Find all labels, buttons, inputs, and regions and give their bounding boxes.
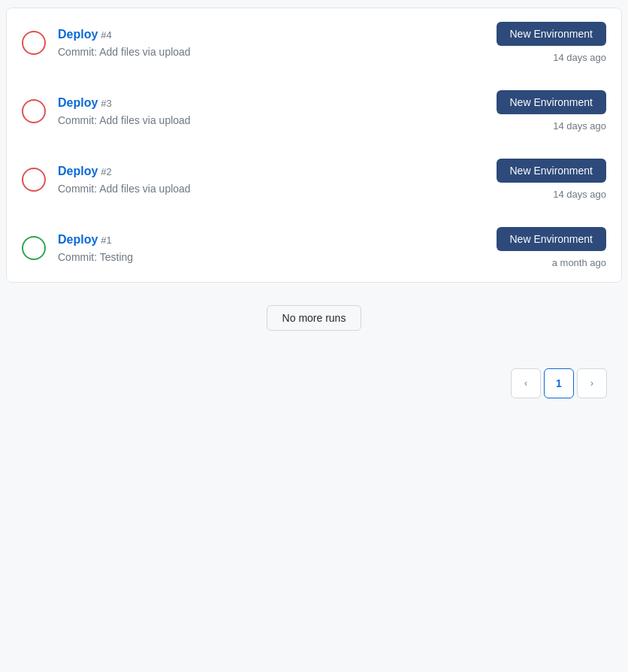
deploy-number-deploy-1: #1 [101,235,111,246]
deploy-item-wrapper-deploy-4: Deploy#4Commit: Add files via uploadNew … [7,8,621,77]
deploy-item-wrapper-deploy-2: Deploy#2Commit: Add files via uploadNew … [7,145,621,213]
timestamp-deploy-2: 14 days ago [553,189,606,200]
deploy-info-deploy-1: Deploy#1Commit: Testing [58,233,133,263]
env-button-deploy-1[interactable]: New Environment [497,227,607,251]
deploy-name-deploy-1[interactable]: Deploy [58,233,98,247]
deploy-item-wrapper-deploy-1: Deploy#1Commit: TestingNew Environmenta … [7,213,621,282]
right-section-deploy-4: New Environment14 days ago [497,22,607,63]
left-section-deploy-2: Deploy#2Commit: Add files via upload [22,165,191,195]
deploy-title-row-deploy-2: Deploy#2 [58,165,191,178]
deploy-item-deploy-3: Deploy#3Commit: Add files via uploadNew … [7,77,621,145]
left-section-deploy-4: Deploy#4Commit: Add files via upload [22,28,191,58]
deploy-commit-deploy-4: Commit: Add files via upload [58,46,191,58]
deploy-name-deploy-2[interactable]: Deploy [58,165,98,178]
timestamp-deploy-3: 14 days ago [553,120,606,132]
pagination: ‹ 1 › [6,353,622,421]
no-more-runs-button[interactable]: No more runs [267,305,362,331]
deploy-info-deploy-3: Deploy#3Commit: Add files via upload [58,96,191,126]
deploy-commit-deploy-3: Commit: Add files via upload [58,114,191,126]
deploy-info-deploy-4: Deploy#4Commit: Add files via upload [58,28,191,58]
status-circle-deploy-2 [22,168,46,192]
left-section-deploy-1: Deploy#1Commit: Testing [22,233,133,263]
deploy-title-row-deploy-3: Deploy#3 [58,96,191,110]
deploy-commit-deploy-1: Commit: Testing [58,251,133,263]
pagination-page-1[interactable]: 1 [544,368,574,398]
deploy-commit-deploy-2: Commit: Add files via upload [58,183,191,195]
timestamp-deploy-1: a month ago [552,257,606,268]
no-more-runs-section: No more runs [6,283,622,353]
deploy-info-deploy-2: Deploy#2Commit: Add files via upload [58,165,191,195]
right-section-deploy-3: New Environment14 days ago [497,90,607,132]
deploy-list: Deploy#4Commit: Add files via uploadNew … [6,8,622,283]
pagination-prev[interactable]: ‹ [511,368,541,398]
status-circle-deploy-4 [22,31,46,55]
env-button-deploy-3[interactable]: New Environment [497,90,607,114]
chevron-right-icon: › [590,378,593,389]
deploy-name-deploy-4[interactable]: Deploy [58,28,98,41]
deploy-item-wrapper-deploy-3: Deploy#3Commit: Add files via uploadNew … [7,77,621,145]
deploy-name-deploy-3[interactable]: Deploy [58,96,98,110]
right-section-deploy-1: New Environmenta month ago [497,227,607,268]
status-circle-deploy-3 [22,99,46,123]
deploy-number-deploy-4: #4 [101,29,111,41]
status-circle-deploy-1 [22,236,46,260]
timestamp-deploy-4: 14 days ago [553,52,606,63]
left-section-deploy-3: Deploy#3Commit: Add files via upload [22,96,191,126]
right-section-deploy-2: New Environment14 days ago [497,159,607,200]
deploy-title-row-deploy-1: Deploy#1 [58,233,133,247]
deploy-item-deploy-2: Deploy#2Commit: Add files via uploadNew … [7,145,621,213]
deploy-item-deploy-1: Deploy#1Commit: TestingNew Environmenta … [7,213,621,282]
env-button-deploy-4[interactable]: New Environment [497,22,607,46]
deploy-title-row-deploy-4: Deploy#4 [58,28,191,41]
pagination-next[interactable]: › [577,368,607,398]
env-button-deploy-2[interactable]: New Environment [497,159,607,183]
deploy-number-deploy-2: #2 [101,166,111,177]
deploy-item-deploy-4: Deploy#4Commit: Add files via uploadNew … [7,8,621,77]
chevron-left-icon: ‹ [524,378,527,389]
deploy-number-deploy-3: #3 [101,98,111,109]
